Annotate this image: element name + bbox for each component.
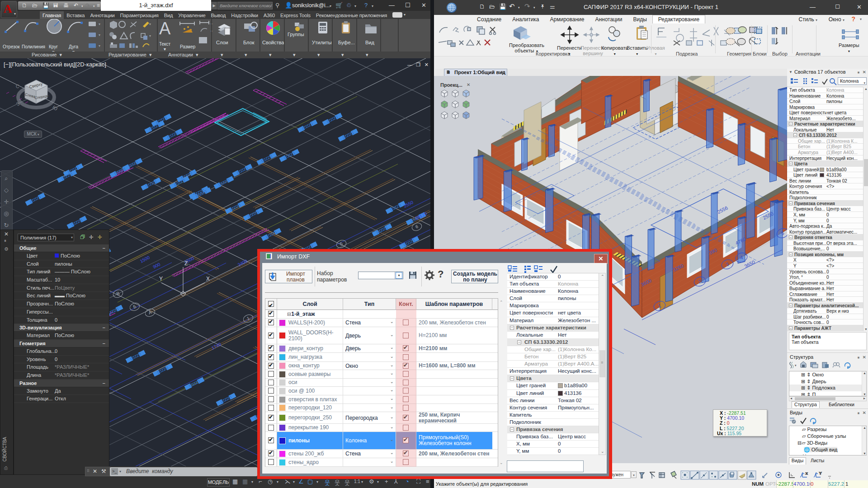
svg-text:▾: ▾: [149, 22, 151, 26]
svg-text:1500: 1500: [139, 255, 151, 264]
svg-text:▾: ▾: [99, 33, 100, 37]
svg-text:x: x: [806, 471, 808, 475]
svg-text:Z: Z: [184, 260, 188, 267]
svg-text:X: X: [206, 276, 210, 282]
svg-text:▾: ▾: [99, 22, 100, 26]
svg-text:▾: ▾: [99, 44, 100, 48]
svg-text:Б: Б: [132, 304, 137, 310]
svg-text:▾: ▾: [149, 34, 151, 38]
svg-text:6: 6: [415, 224, 419, 229]
svg-text:▾: ▾: [795, 364, 797, 367]
svg-text:29120: 29120: [415, 211, 428, 221]
svg-text:A: A: [159, 19, 171, 38]
svg-text:3400: 3400: [237, 258, 248, 267]
svg-text:А: А: [148, 310, 152, 315]
svg-text:Ю: Ю: [52, 104, 58, 112]
svg-text:Y: Y: [819, 471, 822, 475]
svg-text:Y: Y: [159, 276, 163, 282]
svg-text:5: 5: [339, 241, 343, 246]
svg-text:С: С: [16, 84, 19, 89]
svg-text:В: В: [116, 291, 120, 296]
